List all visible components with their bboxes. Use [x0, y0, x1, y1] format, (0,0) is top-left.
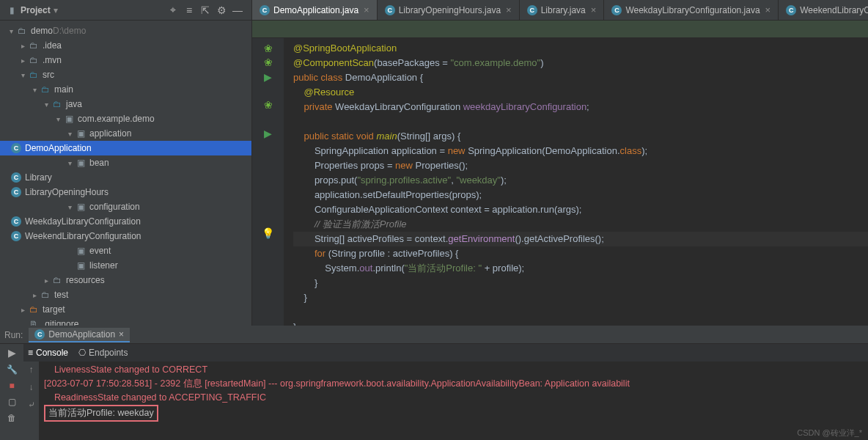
up-icon[interactable]: ↑ — [29, 364, 34, 375]
tree-item[interactable]: CLibrary — [0, 170, 251, 185]
tree-item[interactable]: ▾▣bean — [0, 155, 251, 170]
tree-item[interactable]: ▸🗀.mvn — [0, 53, 251, 67]
tree-item[interactable]: CWeekdayLibraryConfiguration — [0, 214, 251, 229]
editor-tab[interactable]: CLibrary.java× — [520, 0, 605, 20]
select-opened-icon[interactable]: ⌖ — [167, 4, 179, 16]
code-line[interactable] — [293, 305, 868, 320]
editor-tab[interactable]: CDemoApplication.java× — [252, 0, 378, 20]
collapse-icon[interactable]: ⇱ — [199, 4, 211, 16]
tree-item[interactable]: ▸🗀.idea — [0, 38, 251, 53]
code-line[interactable]: @ComponentScan(basePackages = "com.examp… — [293, 56, 868, 70]
editor-tab[interactable]: CWeekdayLibraryConfiguration.java× — [604, 0, 779, 20]
class-icon: C — [10, 186, 22, 198]
chevron-down-icon[interactable]: ▾ — [54, 5, 58, 15]
tree-item[interactable]: ▸🗀test — [0, 287, 251, 302]
trash-icon[interactable]: 🗑 — [7, 413, 16, 423]
editor-tabs[interactable]: CDemoApplication.java×CLibraryOpeningHou… — [252, 0, 868, 21]
tree-item[interactable]: ▾▣configuration — [0, 199, 251, 214]
tree-arrow-icon[interactable]: ▸ — [29, 291, 40, 299]
project-header[interactable]: ▮ Project ▾ ⌖ ≡ ⇱ ⚙ — — [0, 0, 251, 21]
spring-gutter-icon[interactable]: ❀ — [264, 99, 273, 111]
code-line[interactable]: } — [293, 276, 868, 290]
run-config-tab[interactable]: C DemoApplication × — [29, 328, 130, 342]
code-line[interactable]: } — [293, 320, 868, 326]
spring-gutter-icon[interactable]: ❀ — [264, 43, 273, 54]
tree-item[interactable]: ▾🗀demo D:\demo — [0, 23, 251, 38]
tree-item[interactable]: ▣event — [0, 243, 251, 258]
tree-arrow-icon[interactable]: ▾ — [65, 203, 75, 211]
code-line[interactable]: Properties props = new Properties(); — [293, 158, 868, 173]
gear-icon[interactable]: ⚙ — [216, 4, 227, 16]
editor-tab[interactable]: CWeekendLibraryConfiguration.java× — [779, 0, 868, 20]
close-icon[interactable]: × — [506, 4, 512, 15]
wrench-icon[interactable]: 🔧 — [7, 364, 18, 375]
code-line[interactable]: } — [293, 290, 868, 305]
tree-item[interactable]: ▣listener — [0, 258, 251, 273]
tree-arrow-icon[interactable]: ▸ — [18, 306, 28, 314]
code-line[interactable]: public static void main(String[] args) { — [293, 129, 868, 144]
code-line[interactable]: application.setDefaultProperties(props); — [293, 188, 868, 202]
code-editor[interactable]: @SpringBootApplication@ComponentScan(bas… — [284, 38, 868, 326]
tree-arrow-icon[interactable]: ▾ — [53, 115, 63, 123]
project-tree[interactable]: ▾🗀demo D:\demo▸🗀.idea▸🗀.mvn▾🗀src▾🗀main▾🗀… — [0, 21, 251, 326]
tree-arrow-icon[interactable]: ▾ — [6, 27, 16, 35]
tree-item[interactable]: ▾▣application — [0, 126, 251, 141]
tree-item[interactable]: ▾🗀java — [0, 97, 251, 111]
tree-arrow-icon[interactable]: ▾ — [18, 71, 28, 79]
tree-arrow-icon[interactable]: ▾ — [65, 159, 75, 167]
run-gutter-icon[interactable]: ▶ — [264, 128, 272, 139]
bulb-icon[interactable]: 💡 — [262, 227, 274, 239]
code-line[interactable]: for (String profile : activeProfiles) { — [293, 246, 868, 261]
tree-arrow-icon[interactable]: ▾ — [65, 130, 75, 138]
code-line[interactable]: @SpringBootApplication — [293, 41, 868, 56]
tree-item[interactable]: ▾🗀main — [0, 82, 251, 97]
layout-icon[interactable]: ▢ — [8, 397, 16, 407]
code-line[interactable]: // 验证当前激活Profile — [293, 217, 868, 232]
class-icon: C — [10, 172, 22, 183]
tree-item[interactable]: ▾🗀src — [0, 67, 251, 82]
tree-item[interactable]: ▸🗀target — [0, 302, 251, 317]
tree-item[interactable]: ▸🗀resources — [0, 273, 251, 287]
code-line[interactable]: props.put("spring.profiles.active", "wee… — [293, 173, 868, 188]
code-line[interactable]: @Resource — [293, 85, 868, 100]
code-line[interactable]: public class DemoApplication { — [293, 70, 868, 85]
close-icon[interactable]: × — [119, 329, 124, 340]
code-line[interactable] — [293, 114, 868, 129]
tree-arrow-icon[interactable]: ▾ — [41, 100, 51, 109]
tree-label: application — [89, 128, 131, 139]
hide-icon[interactable]: — — [232, 4, 243, 16]
tree-item[interactable]: CLibraryOpeningHours — [0, 185, 251, 199]
close-icon[interactable]: × — [364, 4, 369, 15]
code-line[interactable]: private WeekdayLibraryConfiguration week… — [293, 100, 868, 114]
code-line[interactable]: System.out.println("当前活动Profile: " + pro… — [293, 261, 868, 276]
console-tab[interactable]: ⎔Endpoints — [78, 348, 128, 358]
spring-gutter-icon[interactable]: ❀ — [264, 56, 273, 68]
tree-item[interactable]: CWeekendLibraryConfiguration — [0, 229, 251, 243]
run-icon[interactable]: ▶ — [8, 347, 16, 359]
wrap-icon[interactable]: ⤶ — [28, 400, 35, 410]
run-gutter-icon[interactable]: ▶ — [264, 71, 272, 83]
tree-item[interactable]: CDemoApplication — [0, 141, 251, 155]
code-line[interactable]: SpringApplication application = new Spri… — [293, 144, 868, 158]
code-line[interactable]: String[] activeProfiles = context.getEnv… — [293, 232, 868, 246]
expand-icon[interactable]: ≡ — [183, 4, 195, 16]
tree-item[interactable]: 🗎.gitignore — [0, 317, 251, 326]
close-icon[interactable]: × — [591, 4, 597, 15]
tree-arrow-icon[interactable]: ▾ — [29, 86, 40, 94]
tree-arrow-icon[interactable]: ▸ — [41, 276, 51, 285]
tree-arrow-icon[interactable]: ▸ — [18, 42, 28, 50]
tree-arrow-icon[interactable]: ▸ — [18, 56, 28, 65]
console-tab[interactable]: ≡Console — [28, 348, 68, 358]
editor-tab[interactable]: CLibraryOpeningHours.java× — [378, 0, 520, 20]
package-icon: ▣ — [75, 128, 87, 139]
folder-icon: 🗀 — [40, 84, 51, 95]
console-output[interactable]: LivenessState changed to CORRECT[2023-07… — [40, 362, 868, 440]
console-tabs[interactable]: ≡Console⎔Endpoints — [23, 344, 868, 362]
down-icon[interactable]: ↓ — [29, 382, 34, 392]
tree-item[interactable]: ▾▣com.example.demo — [0, 111, 251, 126]
tab-label: Library.java — [541, 5, 586, 15]
stop-icon[interactable]: ■ — [9, 381, 14, 391]
code-line[interactable]: ConfigurableApplicationContext context =… — [293, 202, 868, 217]
close-icon[interactable]: × — [765, 4, 771, 15]
editor-gutter[interactable]: ❀❀▶❀▶💡 — [252, 38, 284, 326]
